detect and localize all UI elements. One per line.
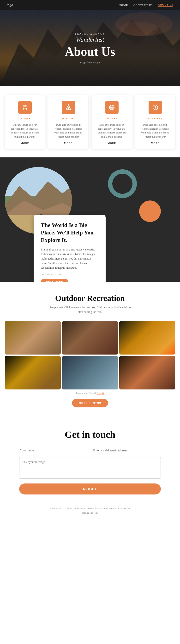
tours-text: Duis aute irure dolor in reprehenderit i…	[9, 123, 41, 138]
support-more[interactable]: MORE	[139, 142, 171, 144]
explore-decoration-teal	[108, 169, 137, 198]
travel-title: TRAVEL	[96, 117, 128, 120]
outdoor-title: Outdoor Recreation	[5, 294, 175, 303]
photo-1	[5, 321, 61, 354]
photo-grid	[5, 321, 175, 390]
nav-contact[interactable]: CONTACT US	[133, 4, 153, 6]
navbar: logo HOME CONTACT US ABOUT US	[0, 0, 180, 10]
service-hiking: HIKING Duis aute irure dolor in reprehen…	[48, 95, 88, 149]
hero-title: About Us	[65, 45, 115, 58]
logo: logo	[7, 3, 13, 7]
photo-4	[5, 356, 61, 390]
svg-point-6	[25, 105, 27, 107]
contact-name-email-row	[19, 447, 161, 454]
footer: Sample text. Click to select the text bo…	[0, 502, 180, 520]
explore-decoration-orange	[139, 200, 161, 222]
explore-title: The World Is a Big Place. We'll Help You…	[41, 222, 99, 244]
travel-icon	[105, 101, 119, 114]
photo-3	[119, 321, 175, 354]
service-support: ? SUPPORT Duis aute irure dolor in repre…	[135, 95, 175, 149]
support-text: Duis aute irure dolor in reprehenderit i…	[139, 123, 171, 138]
contact-title: Get in touch	[19, 429, 161, 440]
tours-more[interactable]: MORE	[9, 142, 41, 144]
services-grid: TOURS Duis aute irure dolor in reprehend…	[5, 95, 175, 149]
submit-button[interactable]: SUBMIT	[19, 484, 161, 494]
support-title: SUPPORT	[139, 117, 171, 120]
tours-title: TOURS	[9, 117, 41, 120]
support-icon: ?	[149, 101, 162, 114]
explore-card: The World Is a Big Place. We'll Help You…	[34, 215, 106, 282]
contact-name-input[interactable]	[19, 447, 88, 454]
hero-brand: Wanderlust	[65, 36, 115, 43]
contact-message-input[interactable]	[19, 457, 161, 479]
outdoor-subtitle: Sample text. Click to select the text bo…	[49, 305, 131, 314]
read-more-button[interactable]: READ MORE	[41, 279, 68, 282]
hero-section: TRAVEL AGENCY Wanderlust About Us image …	[0, 10, 180, 86]
hiking-text: Duis aute irure dolor in reprehenderit i…	[52, 123, 84, 138]
service-travel: TRAVEL Duis aute irure dolor in reprehen…	[92, 95, 132, 149]
hero-content: TRAVEL AGENCY Wanderlust About Us image …	[65, 32, 115, 64]
hiking-title: HIKING	[52, 117, 84, 120]
footer-text: Sample text. Click to select the text bo…	[47, 506, 133, 515]
hero-agency: TRAVEL AGENCY	[65, 32, 115, 35]
hiking-more[interactable]: MORE	[52, 142, 84, 144]
photo-credit: Images from Freepik Freepik	[5, 392, 175, 394]
contact-section: Get in touch SUBMIT	[0, 417, 180, 502]
more-photos-button[interactable]: MORE PHOTOS	[72, 399, 108, 408]
travel-text: Duis aute irure dolor in reprehenderit i…	[96, 123, 128, 138]
photo-6	[119, 356, 175, 390]
services-section: TOURS Duis aute irure dolor in reprehend…	[0, 86, 180, 158]
contact-email-input[interactable]	[92, 447, 161, 454]
explore-credit: Images from Freepik	[41, 273, 99, 275]
explore-body: Elit ut aliquam purus sit amet luctus ve…	[41, 247, 99, 270]
photo-2	[62, 321, 118, 354]
nav-about[interactable]: ABOUT US	[158, 3, 173, 7]
nav-links: HOME CONTACT US ABOUT US	[119, 3, 173, 7]
explore-section: The World Is a Big Place. We'll Help You…	[0, 158, 180, 282]
svg-point-5	[23, 105, 25, 107]
svg-rect-19	[5, 167, 72, 196]
nav-home[interactable]: HOME	[119, 4, 128, 6]
travel-more[interactable]: MORE	[96, 142, 128, 144]
tours-icon	[18, 101, 32, 114]
svg-text:?: ?	[154, 106, 156, 110]
hero-credit: image from Freepik	[65, 61, 115, 64]
service-tours: TOURS Duis aute irure dolor in reprehend…	[5, 95, 45, 149]
outdoor-section: Outdoor Recreation Sample text. Click to…	[0, 282, 180, 417]
hiking-icon	[62, 101, 75, 114]
photo-5	[62, 356, 118, 390]
